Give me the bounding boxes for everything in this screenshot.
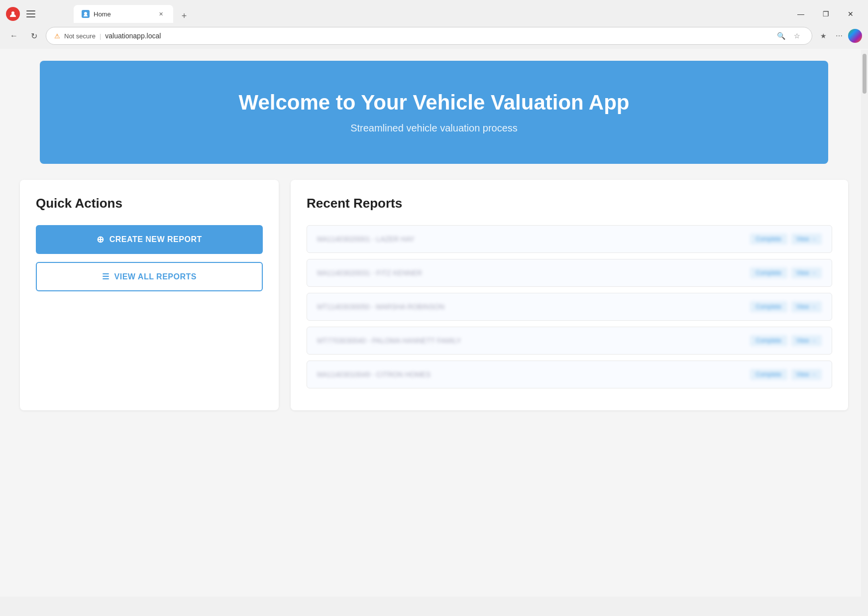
scrollbar[interactable] (861, 50, 868, 616)
report-item-2[interactable]: MA11403020031 - FITZ KENNER Complete Vie… (307, 259, 832, 287)
report-actions-3: Complete View → (750, 301, 822, 312)
report-id-3: MT11403030050 - MARSHA ROBINSON (317, 303, 444, 311)
report-info-4: MT7703030040 - PALOMA HANNETT FAMILY (317, 336, 750, 345)
content-grid: Quick Actions ⊕ CREATE NEW REPORT ☰ VIEW… (0, 164, 868, 426)
report-info-1: MA11403020001 - LAZER HAY (317, 235, 750, 244)
divider-pipe: | (100, 32, 101, 40)
window-controls-left (6, 7, 38, 21)
create-new-report-button[interactable]: ⊕ CREATE NEW REPORT (36, 225, 263, 254)
view-btn-label: VIEW ALL REPORTS (114, 272, 197, 281)
search-icon[interactable]: 🔍 (774, 29, 788, 43)
tab-bar: Home ✕ + (44, 5, 789, 23)
back-button[interactable]: ← (6, 28, 22, 44)
hero-banner: Welcome to Your Vehicle Valuation App St… (40, 61, 828, 164)
report-actions-2: Complete View → (750, 267, 822, 278)
window-controls-right: — ❐ ✕ (789, 6, 862, 22)
toolbar-right: ★ ⋯ (816, 29, 862, 43)
report-view-5[interactable]: View → (791, 369, 822, 380)
report-item-1[interactable]: MA11403020001 - LAZER HAY Complete View … (307, 225, 832, 253)
title-bar: Home ✕ + — ❐ ✕ (0, 0, 868, 24)
user-avatar[interactable] (6, 7, 20, 21)
quick-actions-card: Quick Actions ⊕ CREATE NEW REPORT ☰ VIEW… (20, 180, 279, 410)
scrollbar-thumb[interactable] (863, 54, 867, 94)
bookmark-icon[interactable]: ☆ (790, 29, 804, 43)
view-all-reports-button[interactable]: ☰ VIEW ALL REPORTS (36, 262, 263, 291)
report-view-3[interactable]: View → (791, 301, 822, 312)
hero-title: Welcome to Your Vehicle Valuation App (60, 91, 808, 115)
report-view-2[interactable]: View → (791, 267, 822, 278)
reload-button[interactable]: ↻ (26, 28, 42, 44)
report-badge-5: Complete (750, 369, 787, 380)
browser-chrome: Home ✕ + — ❐ ✕ ← ↻ ⚠ Not secure | valuat… (0, 0, 868, 49)
minimize-button[interactable]: — (789, 6, 812, 22)
address-icons: 🔍 ☆ (774, 29, 804, 43)
new-tab-button[interactable]: + (177, 9, 191, 23)
svg-rect-2 (26, 13, 35, 14)
report-badge-3: Complete (750, 301, 787, 312)
hero-subtitle: Streamlined vehicle valuation process (60, 123, 808, 134)
svg-rect-3 (26, 16, 35, 17)
report-id-4: MT7703030040 - PALOMA HANNETT FAMILY (317, 337, 461, 345)
recent-reports-title: Recent Reports (307, 196, 832, 211)
profile-button[interactable] (848, 29, 862, 43)
security-label: Not secure (64, 32, 96, 40)
address-bar-row: ← ↻ ⚠ Not secure | valuationapp.local 🔍 … (0, 24, 868, 49)
page-wrapper: Welcome to Your Vehicle Valuation App St… (0, 49, 868, 597)
report-item-4[interactable]: MT7703030040 - PALOMA HANNETT FAMILY Com… (307, 327, 832, 355)
collections-icon[interactable]: ★ (816, 29, 830, 43)
report-info-2: MA11403020031 - FITZ KENNER (317, 268, 750, 277)
report-info-3: MT11403030050 - MARSHA ROBINSON (317, 302, 750, 311)
close-button[interactable]: ✕ (839, 6, 862, 22)
tab-favicon (82, 10, 90, 18)
hero-section-wrapper: Welcome to Your Vehicle Valuation App St… (0, 49, 868, 164)
recent-reports-card: Recent Reports MA11403020001 - LAZER HAY… (291, 180, 848, 410)
report-actions-4: Complete View → (750, 335, 822, 346)
quick-actions-title: Quick Actions (36, 196, 263, 211)
security-warning-icon: ⚠ (54, 32, 60, 40)
create-btn-label: CREATE NEW REPORT (109, 235, 202, 244)
report-id-1: MA11403020001 - LAZER HAY (317, 235, 415, 243)
url-text[interactable]: valuationapp.local (105, 32, 770, 40)
plus-icon: ⊕ (97, 234, 105, 245)
restore-button[interactable]: ❐ (814, 6, 837, 22)
report-view-1[interactable]: View → (791, 234, 822, 245)
report-item-5[interactable]: MA11403010049 - CITRON HOMES Complete Vi… (307, 361, 832, 388)
report-view-4[interactable]: View → (791, 335, 822, 346)
report-item-3[interactable]: MT11403030050 - MARSHA ROBINSON Complete… (307, 293, 832, 321)
tab-close-button[interactable]: ✕ (156, 9, 165, 18)
report-id-5: MA11403010049 - CITRON HOMES (317, 370, 431, 378)
svg-rect-1 (26, 10, 35, 11)
report-id-2: MA11403020031 - FITZ KENNER (317, 269, 422, 277)
report-badge-2: Complete (750, 267, 787, 278)
report-badge-4: Complete (750, 335, 787, 346)
list-icon: ☰ (102, 272, 109, 281)
address-bar[interactable]: ⚠ Not secure | valuationapp.local 🔍 ☆ (46, 27, 812, 45)
report-actions-5: Complete View → (750, 369, 822, 380)
report-actions-1: Complete View → (750, 234, 822, 245)
tab-title: Home (94, 10, 152, 18)
sidebar-toggle-button[interactable] (24, 7, 38, 21)
report-info-5: MA11403010049 - CITRON HOMES (317, 370, 750, 379)
report-badge-1: Complete (750, 234, 787, 245)
active-tab[interactable]: Home ✕ (74, 5, 173, 23)
more-menu-button[interactable]: ⋯ (832, 29, 846, 43)
